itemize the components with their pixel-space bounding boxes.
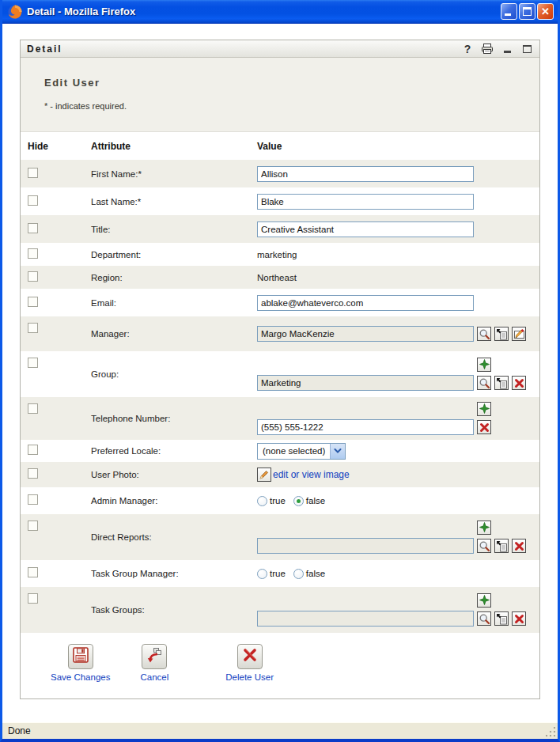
admin-manager-radio-true[interactable]: true: [257, 496, 286, 506]
remove-button[interactable]: [512, 539, 526, 553]
save-icon: [72, 646, 89, 667]
radio-label: false: [306, 496, 325, 505]
task-groups-input[interactable]: [257, 611, 474, 627]
attribute-label: Preferred Locale:: [91, 446, 257, 456]
attribute-row-direct-reports: Direct Reports:: [21, 514, 539, 560]
window-minimize-button[interactable]: [501, 3, 517, 20]
attribute-label: First Name:*: [91, 169, 257, 179]
panel-minimize-button[interactable]: [501, 43, 513, 55]
search-icon: [479, 613, 490, 625]
attribute-table-body: First Name:*Last Name:*Title:Department:…: [21, 160, 539, 633]
hide-checkbox-group[interactable]: [28, 358, 38, 368]
search-button[interactable]: [477, 327, 491, 341]
attribute-row-last-name: Last Name:*: [21, 187, 539, 215]
column-header-hide: Hide: [21, 141, 91, 152]
group-input[interactable]: [257, 375, 474, 391]
hide-checkbox-title[interactable]: [28, 223, 38, 233]
add-icon: [479, 594, 490, 606]
delete-user-button[interactable]: Delete User: [225, 644, 274, 682]
attribute-label: Region:: [91, 273, 257, 282]
task-group-manager-radio-true[interactable]: true: [257, 569, 286, 579]
title-input[interactable]: [257, 221, 474, 237]
resize-grip-icon[interactable]: [546, 727, 556, 737]
print-button[interactable]: [481, 43, 494, 55]
remove-button[interactable]: [512, 611, 526, 626]
add-button[interactable]: [477, 521, 491, 535]
search-icon: [479, 540, 490, 552]
edit-or-view-image-link[interactable]: edit or view image: [273, 469, 350, 480]
task-group-manager-radio-false[interactable]: false: [293, 569, 325, 579]
hide-checkbox-department[interactable]: [28, 248, 38, 259]
radio-icon: [293, 496, 304, 506]
hide-checkbox-manager[interactable]: [28, 323, 38, 333]
add-icon: [479, 521, 490, 533]
manager-input[interactable]: [257, 326, 474, 342]
cancel-icon: [146, 646, 163, 667]
hide-checkbox-direct-reports[interactable]: [28, 521, 38, 531]
remove-icon: [479, 422, 490, 433]
email-input[interactable]: [257, 295, 474, 311]
hide-checkbox-telephone-number[interactable]: [28, 403, 38, 414]
direct-reports-input[interactable]: [257, 538, 474, 554]
hide-checkbox-email[interactable]: [28, 297, 38, 307]
history-button[interactable]: [494, 539, 509, 553]
attribute-label: Email:: [91, 298, 257, 308]
hide-checkbox-task-group-manager[interactable]: [28, 567, 38, 577]
panel-maximize-icon: [523, 45, 532, 53]
radio-label: true: [270, 569, 286, 578]
window-close-button[interactable]: ✕: [537, 3, 554, 20]
attribute-label: Telephone Number:: [91, 414, 257, 423]
attribute-row-task-groups: Task Groups:: [21, 587, 539, 633]
hide-checkbox-preferred-locale[interactable]: [28, 445, 38, 455]
telephone-number-input[interactable]: [257, 419, 474, 435]
remove-button[interactable]: [477, 420, 491, 434]
attribute-label: Group:: [91, 369, 257, 379]
search-button[interactable]: [477, 539, 491, 553]
window-maximize-icon: [523, 7, 532, 16]
hide-checkbox-user-photo[interactable]: [28, 468, 38, 479]
search-button[interactable]: [477, 611, 491, 626]
hide-checkbox-last-name[interactable]: [28, 195, 38, 206]
add-button[interactable]: [477, 358, 491, 372]
action-label: Save Changes: [51, 672, 110, 682]
action-label: Cancel: [140, 672, 168, 682]
help-button[interactable]: ?: [461, 43, 474, 55]
status-text: Done: [8, 725, 554, 736]
add-button[interactable]: [477, 593, 491, 608]
attribute-label: User Photo:: [91, 470, 257, 479]
remove-button[interactable]: [512, 376, 526, 390]
attribute-label: Direct Reports:: [91, 532, 257, 542]
window-maximize-button[interactable]: [519, 3, 535, 20]
history-button[interactable]: [494, 376, 509, 390]
history-icon: [496, 328, 508, 340]
panel-maximize-button[interactable]: [520, 43, 533, 55]
attribute-label: Title:: [91, 225, 257, 234]
last-name-input[interactable]: [257, 194, 474, 210]
history-button[interactable]: [494, 611, 509, 626]
add-icon: [479, 358, 490, 370]
table-header: Hide Attribute Value: [21, 132, 539, 160]
attribute-row-admin-manager: Admin Manager:truefalse: [21, 487, 539, 514]
action-buttons: Save ChangesCancelDelete User: [21, 633, 539, 682]
window-titlebar[interactable]: Detail - Mozilla Firefox ✕: [2, 0, 558, 24]
reset-button[interactable]: [512, 327, 526, 341]
column-header-value: Value: [257, 141, 539, 152]
cancel-button[interactable]: Cancel: [140, 644, 168, 682]
window-controls: ✕: [501, 3, 554, 20]
edit-photo-button[interactable]: [257, 468, 271, 482]
hide-checkbox-first-name[interactable]: [28, 168, 38, 178]
history-button[interactable]: [494, 327, 509, 341]
attribute-row-task-group-manager: Task Group Manager:truefalse: [21, 560, 539, 587]
search-icon: [479, 377, 490, 389]
admin-manager-radio-false[interactable]: false: [293, 496, 325, 506]
chevron-down-icon: [330, 444, 345, 459]
hide-checkbox-region[interactable]: [28, 271, 38, 282]
remove-icon: [513, 613, 525, 625]
save-changes-button[interactable]: Save Changes: [51, 644, 110, 682]
hide-checkbox-task-groups[interactable]: [28, 593, 38, 604]
hide-checkbox-admin-manager[interactable]: [28, 494, 38, 505]
preferred-locale-select[interactable]: (none selected): [257, 443, 346, 460]
search-button[interactable]: [477, 376, 491, 390]
add-button[interactable]: [477, 402, 491, 416]
first-name-input[interactable]: [257, 166, 474, 182]
